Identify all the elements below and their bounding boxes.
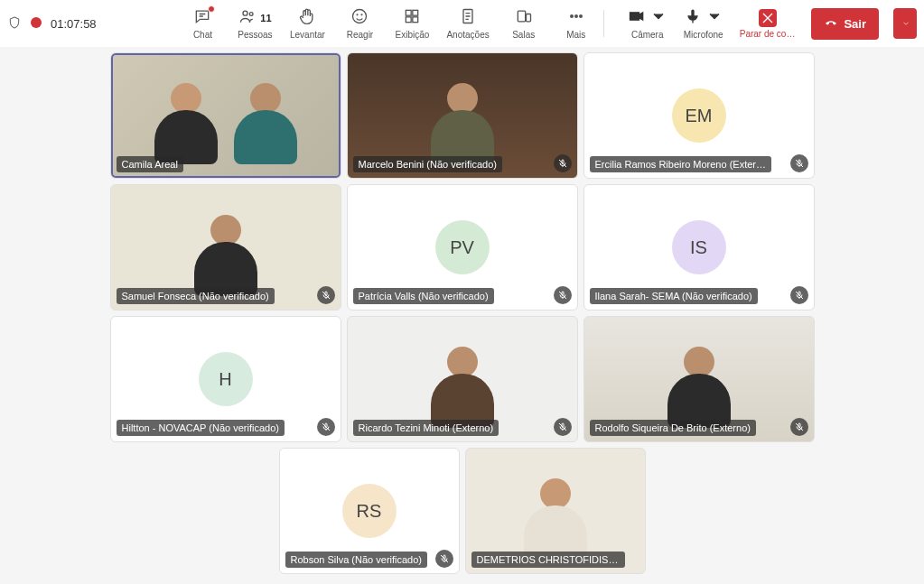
participant-tile[interactable]: IS Ilana Sarah- SEMA (Não verificado) [583,184,815,311]
participant-tile[interactable]: EM Ercilia Ramos Ribeiro Moreno (Exter… [583,52,815,179]
notes-button[interactable]: Anotações [446,7,489,40]
toolbar-right: Câmera Microfone Parar de co… S [628,7,917,40]
participant-name: Ilana Sarah- SEMA (Não verificado) [590,288,758,304]
participant-name: Samuel Fonseca (Não verificado) [117,288,275,304]
participant-tile[interactable]: Rodolfo Siqueira De Brito (Externo) [583,316,815,442]
stop-share-label: Parar de co… [740,29,796,39]
chat-unread-dot [208,5,215,13]
leave-button[interactable]: Sair [811,8,879,40]
meeting-toolbar: 01:07:58 Chat 11 Pessoas Levantar [0,0,924,47]
raise-label: Levantar [290,30,325,40]
muted-icon [554,418,572,436]
more-button[interactable]: Mais [558,7,594,40]
camera-icon [628,7,646,28]
svg-rect-7 [406,17,412,23]
participant-tile[interactable]: Marcelo Benini (Não verificado) [347,52,578,179]
muted-icon [790,154,808,172]
participant-tile[interactable]: H Hiltton - NOVACAP (Não verificado) [110,316,341,442]
avatar-initials: RS [342,484,397,538]
muted-icon [790,418,808,436]
svg-point-3 [358,14,359,15]
people-button[interactable]: 11 Pessoas [237,7,273,40]
toolbar-left: 01:07:58 [7,14,97,33]
grid-icon [403,7,421,28]
svg-rect-6 [413,10,418,15]
avatar-initials: EM [672,88,726,143]
svg-point-13 [574,15,577,18]
rooms-label: Salas [512,30,535,40]
muted-icon [554,286,572,304]
participant-name: Robson Silva (Não verificado) [285,552,428,568]
stop-share-icon [759,9,777,27]
mic-label: Microfone [684,30,723,40]
toolbar-center: Chat 11 Pessoas Levantar Reagir [184,7,593,40]
participant-name: Hiltton - NOVACAP (Não verificado) [117,420,285,436]
avatar-initials: H [199,352,253,406]
muted-icon [317,286,335,304]
people-label: Pessoas [238,30,272,40]
shield-icon [7,14,22,33]
participant-name: Rodolfo Siqueira De Brito (Externo) [590,420,756,436]
muted-icon [435,550,453,568]
svg-point-12 [570,15,573,18]
chat-button[interactable]: Chat [184,7,220,40]
ellipsis-icon [567,7,585,28]
chevron-down-icon[interactable] [648,7,667,28]
participant-name: Marcelo Benini (Não verificado) [353,156,502,172]
camera-label: Câmera [631,30,664,40]
toolbar-divider [603,10,604,37]
mic-button[interactable]: Microfone [684,7,723,40]
stop-sharing-button[interactable]: Parar de co… [740,9,796,39]
participant-tile[interactable]: Camila Areal [110,52,341,179]
avatar-initials: PV [435,220,490,274]
participant-tile[interactable]: DEMETRIOS CHRISTOFIDIS (Não verifica… [465,448,646,574]
smile-icon [350,7,369,28]
notes-icon [459,7,477,28]
participant-name: Ercilia Ramos Ribeiro Moreno (Exter… [590,156,772,172]
rooms-icon [515,7,533,28]
react-button[interactable]: Reagir [341,7,378,40]
participant-tile[interactable]: Samuel Fonseca (Não verificado) [110,184,341,311]
svg-point-14 [579,15,582,18]
svg-rect-11 [526,14,530,22]
hand-icon [298,7,316,28]
recording-icon [31,17,42,31]
view-button[interactable]: Exibição [394,7,430,40]
more-label: Mais [566,30,585,40]
muted-icon [317,418,335,436]
people-icon [238,7,257,28]
chevron-down-icon[interactable] [704,7,723,28]
rooms-button[interactable]: Salas [506,7,542,40]
mic-icon [684,7,702,28]
svg-point-1 [250,13,254,16]
muted-icon [554,154,572,172]
participant-name: Camila Areal [117,156,183,172]
svg-rect-8 [413,17,418,23]
svg-point-0 [243,11,247,15]
svg-point-2 [353,10,367,23]
hangup-icon [824,15,838,32]
participant-tile[interactable]: Ricardo Tezini Minoti (Externo) [347,316,578,442]
video-grid: Camila Areal Marcelo Benini (Não verific… [0,47,924,579]
people-count: 11 [260,13,271,23]
leave-menu-button[interactable] [893,8,917,39]
grid-row: Samuel Fonseca (Não verificado) PV Patrí… [110,184,815,311]
avatar-initials: IS [672,220,726,274]
svg-point-4 [362,14,363,15]
leave-label: Sair [844,17,866,31]
participant-name: Patrícia Valls (Não verificado) [353,288,494,304]
call-timer: 01:07:58 [51,17,97,31]
participant-tile[interactable]: RS Robson Silva (Não verificado) [279,448,460,574]
participant-name: DEMETRIOS CHRISTOFIDIS (Não verifica… [471,552,625,568]
participant-tile[interactable]: PV Patrícia Valls (Não verificado) [347,184,578,311]
camera-button[interactable]: Câmera [628,7,667,40]
view-label: Exibição [396,30,430,40]
raise-hand-button[interactable]: Levantar [289,7,325,40]
svg-rect-10 [518,11,525,22]
chat-label: Chat [193,30,212,40]
grid-row: Camila Areal Marcelo Benini (Não verific… [110,52,815,179]
grid-row: RS Robson Silva (Não verificado) DEMETRI… [279,448,646,574]
notes-label: Anotações [446,30,489,40]
react-label: Reagir [347,30,373,40]
svg-rect-5 [406,10,412,15]
